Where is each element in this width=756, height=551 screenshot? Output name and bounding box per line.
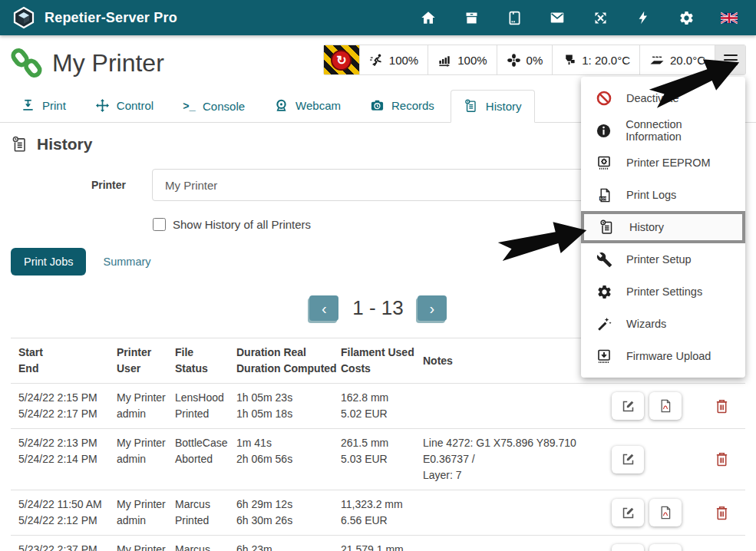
flow-status-chip[interactable]: 100%	[428, 45, 496, 74]
svg-text:LOG: LOG	[599, 196, 606, 200]
pdf-report-button[interactable]	[649, 544, 682, 551]
menu-item-print-logs[interactable]: LOG Print Logs	[581, 179, 745, 211]
printer-menu-button[interactable]	[715, 45, 745, 74]
printer-title: My Printer	[52, 49, 164, 78]
tab-records[interactable]: Records	[357, 90, 447, 122]
menu-item-printer-setup[interactable]: Printer Setup	[581, 243, 745, 276]
print-icon	[21, 98, 35, 113]
bed-temp-chip[interactable]: 20.0°C	[639, 45, 715, 74]
info-icon	[594, 123, 613, 139]
extruder-temp-chip[interactable]: 1: 20.0°C	[552, 45, 639, 74]
archive-icon[interactable]	[463, 9, 480, 26]
emergency-stop-button[interactable]: ↻	[324, 45, 359, 74]
eeprom-chip-icon	[594, 154, 614, 171]
pdf-report-button[interactable]	[649, 392, 682, 420]
trash-icon	[715, 398, 729, 414]
control-move-icon	[95, 98, 110, 113]
wrench-icon	[594, 252, 614, 268]
heated-bed-icon	[649, 52, 665, 68]
edit-notes-button[interactable]	[612, 499, 644, 526]
print-jobs-button[interactable]: Print Jobs	[11, 248, 86, 276]
trash-icon	[715, 505, 729, 521]
flow-icon	[437, 53, 452, 68]
app-title: Repetier-Server Pro	[45, 10, 177, 26]
all-printers-checkbox[interactable]	[153, 218, 166, 231]
delete-job-button[interactable]	[698, 451, 745, 467]
printer-status-bar: ↻ 100% 100% 0% 1: 20.0°C 20.0°C	[323, 45, 746, 75]
menu-item-firmware-upload[interactable]: Firmware Upload	[581, 340, 745, 372]
speed-status-chip[interactable]: 100%	[359, 45, 428, 74]
fan-status-chip[interactable]: 0%	[497, 45, 553, 74]
history-icon	[597, 219, 617, 236]
menu-item-printer-eeprom[interactable]: Printer EEPROM	[581, 147, 745, 179]
firmware-upload-icon	[594, 348, 614, 365]
table-row: 5/24/22 11:50 AM5/24/22 2:12 PM My Print…	[11, 490, 745, 536]
menu-item-printer-settings[interactable]: Printer Settings	[581, 276, 745, 308]
trash-icon	[715, 451, 729, 467]
deactivate-icon	[594, 90, 614, 107]
tab-webcam[interactable]: Webcam	[261, 90, 354, 122]
table-row: 5/23/22 2:37 PM5/23/22 9:01 PM My Printe…	[11, 536, 745, 551]
speed-runner-icon	[369, 53, 384, 68]
menu-item-history[interactable]: History	[581, 211, 745, 243]
settings-icon[interactable]	[678, 9, 695, 26]
tab-control[interactable]: Control	[82, 90, 167, 122]
tab-console[interactable]: >_ Console	[170, 91, 258, 122]
delete-job-button[interactable]	[698, 398, 745, 414]
history-heading-icon	[11, 135, 29, 153]
language-flag-icon[interactable]	[721, 9, 738, 26]
pdf-report-button[interactable]	[649, 499, 682, 526]
gear-icon	[594, 284, 614, 300]
tab-print[interactable]: Print	[8, 90, 79, 122]
repetier-logo-icon	[12, 6, 35, 29]
page-range: 1 - 13	[352, 296, 404, 320]
navbar-icons	[420, 9, 744, 26]
prev-page-button[interactable]: ‹	[309, 295, 338, 321]
webcam-icon	[274, 98, 289, 113]
expand-icon[interactable]	[592, 9, 609, 26]
table-row: 5/24/22 2:15 PM5/24/22 2:17 PM My Printe…	[11, 384, 745, 429]
edit-notes-button[interactable]	[612, 544, 644, 551]
log-file-icon: LOG	[594, 187, 614, 203]
edit-notes-button[interactable]	[612, 446, 644, 473]
mail-icon[interactable]	[549, 9, 566, 26]
tab-history[interactable]: History	[451, 90, 535, 123]
emergency-stop-icon: ↻	[331, 50, 352, 71]
home-icon[interactable]	[420, 9, 437, 26]
next-page-button[interactable]: ›	[418, 295, 447, 321]
menu-item-connection-information[interactable]: Connection Information	[581, 114, 745, 147]
menu-item-deactivate[interactable]: Deactivate	[581, 82, 745, 114]
menu-item-wizards[interactable]: Wizards	[581, 308, 745, 340]
printer-select-label: Printer	[11, 179, 126, 191]
manual-icon[interactable]	[506, 9, 523, 26]
delete-job-button[interactable]	[698, 505, 745, 521]
top-navbar: Repetier-Server Pro	[0, 0, 756, 35]
magic-wand-icon	[594, 316, 614, 332]
table-row: 5/24/22 2:13 PM5/24/22 2:14 PM My Printe…	[11, 429, 745, 490]
power-icon[interactable]	[635, 9, 652, 26]
records-camera-icon	[370, 98, 385, 113]
fan-icon	[507, 53, 521, 68]
history-icon	[464, 98, 479, 114]
printer-menu-dropdown: Deactivate Connection Information Printe…	[581, 77, 745, 378]
console-icon: >_	[183, 101, 196, 113]
edit-notes-button[interactable]	[612, 392, 644, 420]
extruder-icon	[562, 53, 576, 68]
connection-link-icon	[11, 47, 43, 79]
summary-button[interactable]: Summary	[94, 248, 160, 276]
